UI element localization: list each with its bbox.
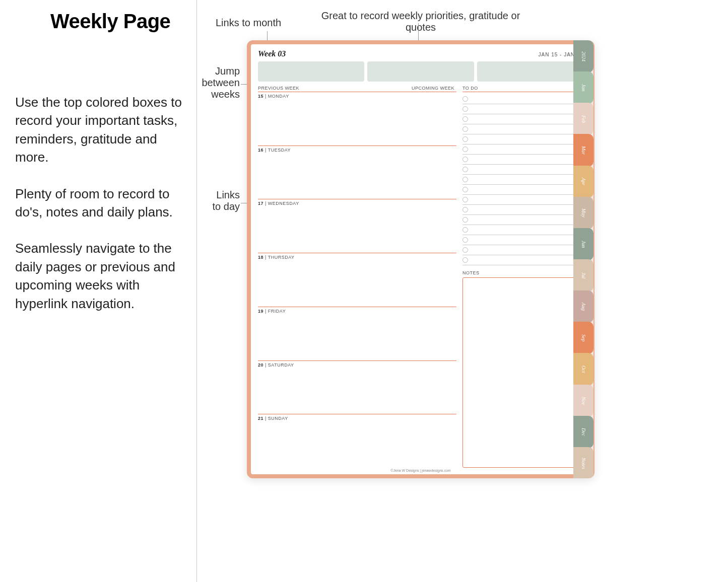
todo-item[interactable] (462, 235, 583, 245)
month-tab[interactable]: Nov (573, 385, 593, 417)
month-tab[interactable]: May (573, 197, 593, 229)
day-name: | SATURDAY (263, 362, 294, 368)
todo-item[interactable] (462, 185, 583, 195)
checkbox-circle-icon[interactable] (462, 257, 468, 263)
day-block[interactable]: 19 | FRIDAY (258, 307, 456, 360)
checkbox-circle-icon[interactable] (462, 237, 468, 243)
weekly-planner-page: Week 03 JAN 15 - JAN 21 PREVIOUS WEEK UP… (247, 40, 594, 478)
day-name: | SUNDAY (263, 416, 288, 421)
todo-item[interactable] (462, 215, 583, 225)
month-tab[interactable]: Sep (573, 322, 593, 354)
month-tab[interactable]: Mar (573, 134, 593, 166)
todo-item[interactable] (462, 144, 583, 155)
todo-item[interactable] (462, 104, 583, 114)
day-name: | THURSDAY (263, 255, 295, 260)
side-tabs: 2024JanFebMarAprMayJunJulAugSepOctNovDec… (573, 40, 593, 478)
day-number: 16 (258, 148, 263, 153)
month-tab[interactable]: Feb (573, 103, 593, 135)
todo-item[interactable] (462, 124, 583, 134)
day-number: 20 (258, 362, 263, 368)
checkbox-circle-icon[interactable] (462, 106, 468, 112)
callout-links-to-month: Links to month (216, 17, 291, 29)
checkbox-circle-icon[interactable] (462, 147, 468, 152)
day-number: 17 (258, 201, 263, 206)
checkbox-circle-icon[interactable] (462, 116, 468, 122)
todo-item[interactable] (462, 114, 583, 124)
todo-item[interactable] (462, 155, 583, 165)
todo-item[interactable] (462, 134, 583, 144)
checkbox-circle-icon[interactable] (462, 207, 468, 212)
day-block[interactable]: 18 | THURSDAY (258, 253, 456, 307)
previous-week-link[interactable]: PREVIOUS WEEK (258, 86, 299, 91)
notes-box[interactable] (462, 277, 583, 468)
day-block[interactable]: 17 | WEDNESDAY (258, 199, 456, 253)
callout-text: Jump (215, 65, 240, 77)
day-block[interactable]: 21 | SUNDAY (258, 414, 456, 468)
day-number: 18 (258, 255, 263, 260)
checkbox-circle-icon[interactable] (462, 247, 468, 253)
description-paragraph: Plenty of room to record to do's, notes … (15, 185, 186, 222)
vertical-divider (196, 0, 197, 582)
checkbox-circle-icon[interactable] (462, 177, 468, 182)
priority-box[interactable] (367, 61, 474, 82)
day-label: 19 | FRIDAY (258, 309, 456, 314)
day-label: 21 | SUNDAY (258, 416, 456, 421)
day-block[interactable]: 20 | SATURDAY (258, 360, 456, 414)
day-number: 15 (258, 94, 263, 99)
day-block[interactable]: 15 | MONDAY (258, 92, 456, 146)
week-nav-row: PREVIOUS WEEK UPCOMING WEEK TO DO (258, 86, 583, 91)
priority-box[interactable] (258, 61, 364, 82)
month-tab[interactable]: Oct (573, 353, 593, 385)
checkbox-circle-icon[interactable] (462, 167, 468, 172)
content-row: 15 | MONDAY16 | TUESDAY17 | WEDNESDAY18 … (258, 92, 583, 468)
checkbox-circle-icon[interactable] (462, 96, 468, 102)
days-column: 15 | MONDAY16 | TUESDAY17 | WEDNESDAY18 … (258, 92, 456, 468)
day-label: 17 | WEDNESDAY (258, 201, 456, 206)
day-number: 21 (258, 416, 263, 421)
todo-item[interactable] (462, 175, 583, 185)
todo-item[interactable] (462, 205, 583, 215)
day-label: 15 | MONDAY (258, 94, 456, 99)
todo-list (462, 92, 583, 265)
todo-item[interactable] (462, 255, 583, 265)
todo-item[interactable] (462, 245, 583, 255)
notes-heading: NOTES (462, 270, 583, 275)
month-tab[interactable]: Jun (573, 228, 593, 260)
description-paragraph: Seamlessly navigate to the daily pages o… (15, 239, 186, 313)
day-name: | WEDNESDAY (263, 201, 299, 206)
month-tab[interactable]: Jul (573, 259, 593, 292)
checkbox-circle-icon[interactable] (462, 157, 468, 162)
priority-boxes-row (258, 61, 583, 82)
todo-item[interactable] (462, 195, 583, 205)
checkbox-circle-icon[interactable] (462, 136, 468, 142)
upcoming-week-link[interactable]: UPCOMING WEEK (412, 86, 454, 91)
month-tab[interactable]: 2024 (573, 40, 593, 72)
footer-credit: ©Jena W Designs | jenawdesigns.com (258, 468, 583, 472)
callout-text: between (202, 77, 240, 88)
checkbox-circle-icon[interactable] (462, 227, 468, 233)
priority-box[interactable] (477, 61, 583, 82)
checkbox-circle-icon[interactable] (462, 197, 468, 202)
day-block[interactable]: 16 | TUESDAY (258, 146, 456, 199)
month-tab[interactable]: Notes (573, 447, 593, 478)
checkbox-circle-icon[interactable] (462, 217, 468, 223)
day-name: | MONDAY (263, 94, 289, 99)
todo-heading: TO DO (462, 86, 583, 91)
side-column: NOTES (462, 92, 583, 468)
description-column: Weekly Page Use the top colored boxes to… (15, 10, 186, 331)
checkbox-circle-icon[interactable] (462, 126, 468, 132)
week-header: Week 03 JAN 15 - JAN 21 (258, 49, 583, 58)
page-title: Weekly Page (50, 10, 186, 33)
month-tab[interactable]: Jan (573, 71, 593, 104)
todo-item[interactable] (462, 94, 583, 104)
todo-item[interactable] (462, 225, 583, 235)
month-tab[interactable]: Aug (573, 290, 593, 323)
month-tab[interactable]: Apr (573, 166, 593, 198)
callout-links-to-day: Links to day (210, 189, 240, 212)
week-title-link[interactable]: Week 03 (258, 49, 286, 58)
todo-item[interactable] (462, 165, 583, 175)
checkbox-circle-icon[interactable] (462, 187, 468, 192)
month-tab[interactable]: Dec (573, 416, 593, 448)
callout-jump-between-weeks: Jump between weeks (200, 65, 240, 100)
day-name: | TUESDAY (263, 148, 291, 153)
